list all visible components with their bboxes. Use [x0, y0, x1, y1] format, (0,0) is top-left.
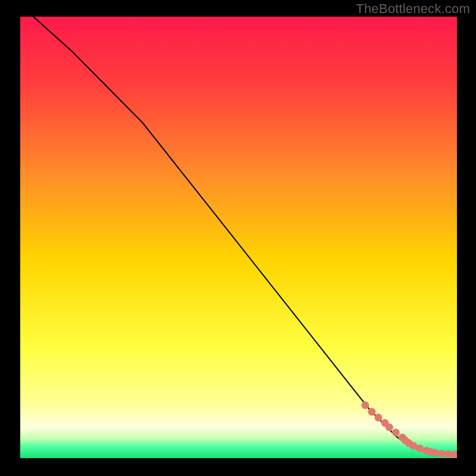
gradient-rect — [20, 17, 457, 458]
chart-frame: TheBottleneck.com — [0, 0, 476, 476]
scatter-point — [361, 401, 369, 409]
watermark-text: TheBottleneck.com — [356, 1, 470, 17]
scatter-point — [368, 408, 375, 416]
plot-area — [20, 17, 457, 458]
scatter-point — [416, 444, 424, 452]
scatter-point — [431, 449, 439, 457]
scatter-point — [392, 428, 400, 436]
chart-svg — [20, 17, 457, 458]
scatter-point — [438, 450, 446, 458]
scatter-point — [444, 450, 452, 458]
scatter-point — [374, 414, 382, 421]
scatter-point — [386, 424, 393, 431]
